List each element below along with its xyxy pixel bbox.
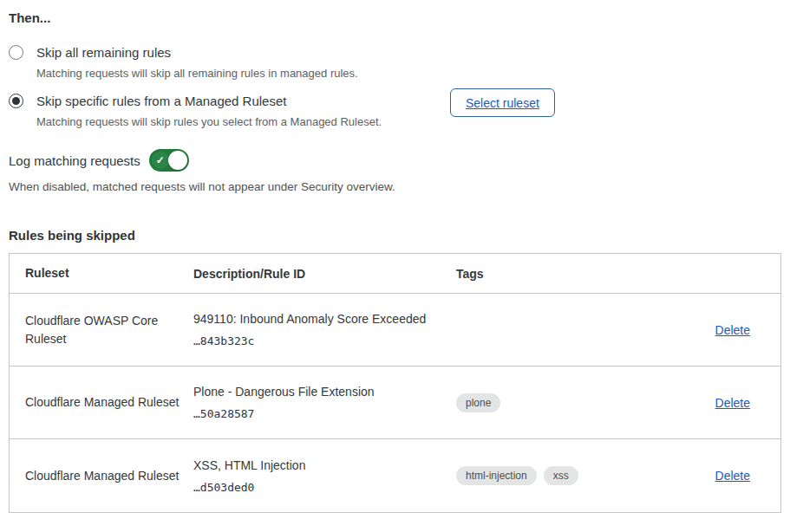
table-row: Cloudflare OWASP Core Ruleset 949110: In… (10, 294, 780, 367)
toggle-knob[interactable] (168, 151, 187, 170)
rules-being-skipped-table: Ruleset Description/Rule ID Tags Cloudfl… (9, 253, 781, 513)
radio-dot (12, 49, 20, 56)
rule-id: …843b323c (193, 334, 456, 348)
tag-badge: plone (456, 393, 500, 412)
tags-cell: plone (456, 393, 690, 412)
column-header-ruleset: Ruleset (10, 264, 193, 282)
rule-description: 949110: Inbound Anomaly Score Exceeded (193, 311, 456, 327)
option-skip-specific-rules[interactable]: Skip specific rules from a Managed Rules… (9, 92, 781, 130)
description-cell: 949110: Inbound Anomaly Score Exceeded …… (193, 311, 456, 348)
delete-link[interactable]: Delete (715, 323, 750, 337)
delete-link[interactable]: Delete (715, 469, 750, 483)
rule-description: Plone - Dangerous File Extension (193, 384, 456, 399)
ruleset-cell: Cloudflare OWASP Core Ruleset (10, 312, 193, 348)
log-matching-requests-label: Log matching requests (9, 153, 140, 168)
tags-cell: html-injection xss (456, 466, 690, 485)
delete-link[interactable]: Delete (715, 396, 750, 410)
table-header-row: Ruleset Description/Rule ID Tags (10, 254, 780, 294)
table-row: Cloudflare Managed Ruleset Plone - Dange… (10, 367, 780, 439)
option-text: Skip all remaining rules Matching reques… (36, 43, 358, 81)
option-text: Skip specific rules from a Managed Rules… (36, 92, 382, 130)
option-label[interactable]: Skip specific rules from a Managed Rules… (36, 92, 382, 111)
log-matching-requests-row: Log matching requests ✓ (9, 149, 781, 172)
description-cell: Plone - Dangerous File Extension …50a285… (193, 384, 456, 421)
tag-badge: xss (544, 466, 578, 485)
rule-id: …50a28587 (193, 407, 456, 421)
tag-badge: html-injection (456, 466, 537, 485)
rule-id: …d503ded0 (193, 481, 456, 495)
description-cell: XSS, HTML Injection …d503ded0 (193, 457, 456, 495)
check-icon: ✓ (152, 152, 169, 169)
option-description: Matching requests will skip rules you se… (36, 114, 382, 130)
log-matching-requests-toggle[interactable]: ✓ (149, 149, 189, 172)
radio-button-selected[interactable] (9, 94, 23, 108)
radio-dot (12, 97, 20, 105)
rules-being-skipped-title: Rules being skipped (9, 228, 781, 243)
ruleset-cell: Cloudflare Managed Ruleset (10, 393, 193, 412)
column-header-description: Description/Rule ID (193, 267, 456, 281)
radio-button-unselected[interactable] (9, 45, 23, 60)
actions-cell: Delete (690, 322, 780, 338)
select-ruleset-button[interactable]: Select ruleset (450, 88, 555, 117)
option-label[interactable]: Skip all remaining rules (36, 43, 358, 62)
table-row: Cloudflare Managed Ruleset XSS, HTML Inj… (10, 439, 780, 512)
log-toggle-description: When disabled, matched requests will not… (9, 178, 781, 195)
option-skip-all-remaining-rules[interactable]: Skip all remaining rules Matching reques… (9, 43, 781, 81)
ruleset-cell: Cloudflare Managed Ruleset (10, 467, 193, 485)
actions-cell: Delete (690, 395, 780, 411)
option-description: Matching requests will skip all remainin… (36, 65, 358, 81)
then-section-title: Then... (9, 10, 781, 26)
column-header-tags: Tags (456, 267, 690, 281)
waf-rule-config-page: Then... Skip all remaining rules Matchin… (0, 0, 790, 513)
rule-description: XSS, HTML Injection (193, 457, 456, 473)
actions-cell: Delete (690, 468, 780, 483)
